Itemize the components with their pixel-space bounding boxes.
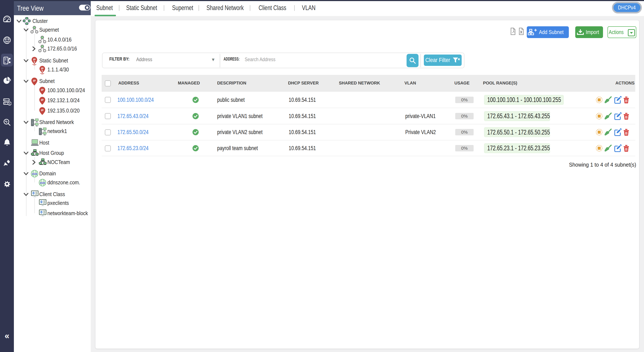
svg-text:www: www [40, 181, 46, 184]
svg-text:IP: IP [41, 109, 44, 112]
svg-text:www: www [32, 172, 38, 175]
svg-text:IP: IP [41, 98, 44, 102]
svg-text:DNS: DNS [5, 40, 10, 43]
svg-text:IP: IP [41, 88, 44, 92]
svg-text:IP: IP [33, 58, 36, 61]
svg-text:IP: IP [33, 79, 36, 82]
svg-text:IP: IP [41, 67, 43, 70]
